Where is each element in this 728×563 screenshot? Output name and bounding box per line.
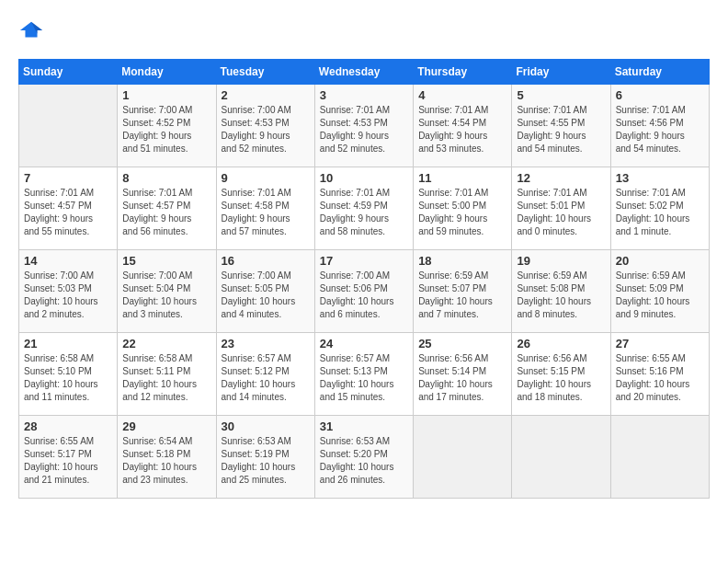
day-number: 9 bbox=[222, 171, 310, 185]
calendar-cell: 25Sunrise: 6:56 AM Sunset: 5:14 PM Dayli… bbox=[414, 333, 512, 416]
day-info: Sunrise: 7:01 AM Sunset: 4:57 PM Dayligh… bbox=[24, 187, 112, 238]
calendar-cell: 30Sunrise: 6:53 AM Sunset: 5:19 PM Dayli… bbox=[216, 416, 314, 499]
day-number: 4 bbox=[418, 88, 506, 102]
day-info: Sunrise: 7:00 AM Sunset: 5:03 PM Dayligh… bbox=[24, 270, 112, 321]
logo bbox=[18, 18, 48, 44]
calendar-cell: 21Sunrise: 6:58 AM Sunset: 5:10 PM Dayli… bbox=[19, 333, 118, 416]
day-number: 7 bbox=[24, 171, 112, 185]
calendar-cell bbox=[19, 85, 118, 167]
day-number: 13 bbox=[616, 171, 704, 185]
day-number: 18 bbox=[418, 254, 506, 268]
day-info: Sunrise: 6:53 AM Sunset: 5:19 PM Dayligh… bbox=[222, 435, 310, 487]
day-info: Sunrise: 7:01 AM Sunset: 5:00 PM Dayligh… bbox=[418, 187, 506, 238]
calendar-cell bbox=[610, 416, 709, 499]
calendar-cell: 7Sunrise: 7:01 AM Sunset: 4:57 PM Daylig… bbox=[19, 167, 118, 250]
header-row: SundayMondayTuesdayWednesdayThursdayFrid… bbox=[19, 60, 710, 85]
day-number: 22 bbox=[122, 337, 210, 350]
day-number: 23 bbox=[222, 337, 310, 350]
day-number: 3 bbox=[320, 88, 408, 102]
day-info: Sunrise: 7:01 AM Sunset: 4:53 PM Dayligh… bbox=[320, 104, 408, 155]
day-number: 24 bbox=[320, 337, 408, 350]
calendar-cell: 16Sunrise: 7:00 AM Sunset: 5:05 PM Dayli… bbox=[216, 250, 314, 333]
day-number: 6 bbox=[616, 88, 704, 102]
calendar-week-3: 14Sunrise: 7:00 AM Sunset: 5:03 PM Dayli… bbox=[19, 250, 710, 333]
calendar-cell: 11Sunrise: 7:01 AM Sunset: 5:00 PM Dayli… bbox=[414, 167, 512, 250]
calendar-week-2: 7Sunrise: 7:01 AM Sunset: 4:57 PM Daylig… bbox=[19, 167, 710, 250]
header-cell-saturday: Saturday bbox=[610, 60, 709, 85]
day-info: Sunrise: 7:01 AM Sunset: 5:02 PM Dayligh… bbox=[616, 187, 704, 238]
calendar-week-5: 28Sunrise: 6:55 AM Sunset: 5:17 PM Dayli… bbox=[19, 416, 710, 499]
calendar-cell: 23Sunrise: 6:57 AM Sunset: 5:12 PM Dayli… bbox=[216, 333, 314, 416]
header-cell-monday: Monday bbox=[118, 60, 216, 85]
day-info: Sunrise: 6:56 AM Sunset: 5:15 PM Dayligh… bbox=[517, 352, 605, 404]
calendar-cell bbox=[512, 416, 610, 499]
day-number: 25 bbox=[418, 337, 506, 350]
day-info: Sunrise: 6:55 AM Sunset: 5:16 PM Dayligh… bbox=[616, 352, 704, 404]
day-info: Sunrise: 7:01 AM Sunset: 4:57 PM Dayligh… bbox=[122, 187, 210, 238]
day-info: Sunrise: 6:58 AM Sunset: 5:10 PM Dayligh… bbox=[24, 352, 112, 404]
calendar-cell: 15Sunrise: 7:00 AM Sunset: 5:04 PM Dayli… bbox=[118, 250, 216, 333]
header-cell-wednesday: Wednesday bbox=[314, 60, 413, 85]
day-number: 17 bbox=[320, 254, 408, 268]
calendar-week-4: 21Sunrise: 6:58 AM Sunset: 5:10 PM Dayli… bbox=[19, 333, 710, 416]
day-info: Sunrise: 7:00 AM Sunset: 5:06 PM Dayligh… bbox=[320, 270, 408, 321]
day-number: 11 bbox=[418, 171, 506, 185]
day-number: 14 bbox=[24, 254, 112, 268]
calendar-cell: 13Sunrise: 7:01 AM Sunset: 5:02 PM Dayli… bbox=[610, 167, 709, 250]
header-cell-thursday: Thursday bbox=[414, 60, 512, 85]
header-cell-friday: Friday bbox=[512, 60, 610, 85]
day-info: Sunrise: 7:00 AM Sunset: 5:04 PM Dayligh… bbox=[122, 270, 210, 321]
day-info: Sunrise: 7:00 AM Sunset: 4:52 PM Dayligh… bbox=[122, 104, 210, 155]
day-number: 1 bbox=[122, 88, 210, 102]
calendar-cell: 27Sunrise: 6:55 AM Sunset: 5:16 PM Dayli… bbox=[610, 333, 709, 416]
calendar-cell bbox=[414, 416, 512, 499]
day-number: 19 bbox=[517, 254, 605, 268]
day-number: 29 bbox=[122, 419, 210, 433]
day-number: 20 bbox=[616, 254, 704, 268]
page-header bbox=[18, 18, 710, 44]
day-number: 31 bbox=[320, 419, 408, 433]
calendar-cell: 2Sunrise: 7:00 AM Sunset: 4:53 PM Daylig… bbox=[216, 85, 314, 167]
day-info: Sunrise: 7:00 AM Sunset: 4:53 PM Dayligh… bbox=[222, 104, 310, 155]
logo-icon bbox=[18, 18, 44, 44]
calendar-cell: 1Sunrise: 7:00 AM Sunset: 4:52 PM Daylig… bbox=[118, 85, 216, 167]
calendar-cell: 28Sunrise: 6:55 AM Sunset: 5:17 PM Dayli… bbox=[19, 416, 118, 499]
day-info: Sunrise: 7:01 AM Sunset: 4:56 PM Dayligh… bbox=[616, 104, 704, 155]
day-number: 15 bbox=[122, 254, 210, 268]
calendar-cell: 26Sunrise: 6:56 AM Sunset: 5:15 PM Dayli… bbox=[512, 333, 610, 416]
day-info: Sunrise: 6:54 AM Sunset: 5:18 PM Dayligh… bbox=[122, 435, 210, 487]
calendar-cell: 6Sunrise: 7:01 AM Sunset: 4:56 PM Daylig… bbox=[610, 85, 709, 167]
day-info: Sunrise: 7:00 AM Sunset: 5:05 PM Dayligh… bbox=[222, 270, 310, 321]
calendar-table: SundayMondayTuesdayWednesdayThursdayFrid… bbox=[18, 59, 710, 499]
calendar-cell: 18Sunrise: 6:59 AM Sunset: 5:07 PM Dayli… bbox=[414, 250, 512, 333]
day-number: 27 bbox=[616, 337, 704, 350]
day-number: 16 bbox=[222, 254, 310, 268]
calendar-cell: 31Sunrise: 6:53 AM Sunset: 5:20 PM Dayli… bbox=[314, 416, 413, 499]
day-number: 8 bbox=[122, 171, 210, 185]
day-info: Sunrise: 6:57 AM Sunset: 5:12 PM Dayligh… bbox=[222, 352, 310, 404]
day-number: 5 bbox=[517, 88, 605, 102]
calendar-cell: 4Sunrise: 7:01 AM Sunset: 4:54 PM Daylig… bbox=[414, 85, 512, 167]
day-info: Sunrise: 6:59 AM Sunset: 5:07 PM Dayligh… bbox=[418, 270, 506, 321]
calendar-cell: 12Sunrise: 7:01 AM Sunset: 5:01 PM Dayli… bbox=[512, 167, 610, 250]
day-info: Sunrise: 7:01 AM Sunset: 5:01 PM Dayligh… bbox=[517, 187, 605, 238]
day-info: Sunrise: 6:59 AM Sunset: 5:09 PM Dayligh… bbox=[616, 270, 704, 321]
header-cell-tuesday: Tuesday bbox=[216, 60, 314, 85]
calendar-cell: 24Sunrise: 6:57 AM Sunset: 5:13 PM Dayli… bbox=[314, 333, 413, 416]
calendar-cell: 8Sunrise: 7:01 AM Sunset: 4:57 PM Daylig… bbox=[118, 167, 216, 250]
day-info: Sunrise: 6:56 AM Sunset: 5:14 PM Dayligh… bbox=[418, 352, 506, 404]
calendar-cell: 10Sunrise: 7:01 AM Sunset: 4:59 PM Dayli… bbox=[314, 167, 413, 250]
calendar-cell: 9Sunrise: 7:01 AM Sunset: 4:58 PM Daylig… bbox=[216, 167, 314, 250]
calendar-cell: 29Sunrise: 6:54 AM Sunset: 5:18 PM Dayli… bbox=[118, 416, 216, 499]
day-number: 26 bbox=[517, 337, 605, 350]
day-info: Sunrise: 6:57 AM Sunset: 5:13 PM Dayligh… bbox=[320, 352, 408, 404]
day-number: 28 bbox=[24, 419, 112, 433]
calendar-week-1: 1Sunrise: 7:00 AM Sunset: 4:52 PM Daylig… bbox=[19, 85, 710, 167]
calendar-cell: 3Sunrise: 7:01 AM Sunset: 4:53 PM Daylig… bbox=[314, 85, 413, 167]
day-number: 10 bbox=[320, 171, 408, 185]
day-number: 30 bbox=[222, 419, 310, 433]
calendar-cell: 19Sunrise: 6:59 AM Sunset: 5:08 PM Dayli… bbox=[512, 250, 610, 333]
day-number: 2 bbox=[222, 88, 310, 102]
day-number: 12 bbox=[517, 171, 605, 185]
day-number: 21 bbox=[24, 337, 112, 350]
